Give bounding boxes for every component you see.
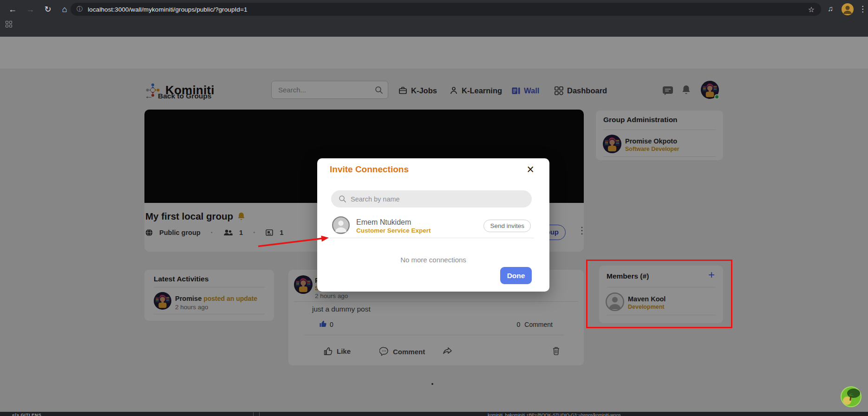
browser-profile-avatar[interactable] [842,3,854,17]
close-icon[interactable]: × [527,162,534,176]
connection-name[interactable]: Emem Ntukidem [356,218,411,227]
screen: ← → ↻ ⌂ ⓘ localhost:3000/wall/mykominiti… [0,0,868,416]
statusbar-separator [253,412,254,416]
modal-title: Invite Connections [330,164,409,175]
statusbar-left-text[interactable]: GITLENS [20,412,41,416]
statusbar-separator [259,412,260,416]
statusbar: </> GITLENS kominiti_bakominiti +BP+/BOO… [0,412,868,416]
connection-avatar [332,216,350,236]
no-more-connections-text: No more connections [317,256,549,264]
reload-icon[interactable]: ↻ [42,4,54,14]
divider [330,238,534,238]
done-button[interactable]: Done [500,267,532,284]
url-text: localhost:3000/wall/mykominiti/groups/pu… [88,6,248,13]
media-controls-icon[interactable]: ♫ [828,5,833,13]
screen-share-bubble-icon[interactable] [841,386,861,409]
apps-grid-icon[interactable] [6,21,13,28]
invite-connections-modal: Invite Connections × Emem Ntukidem Custo… [317,158,549,292]
statusbar-right-text[interactable]: kominiti_bakominiti +BP+/BOOK-STUDIO-G3:… [488,412,762,416]
bookmark-star-icon[interactable]: ☆ [808,5,815,14]
browser-menu-icon[interactable]: ⋮ [859,4,867,14]
home-icon[interactable]: ⌂ [59,4,71,14]
gitlens-icon: </> [12,412,19,416]
connection-role: Customer Service Expert [356,227,431,234]
url-bar[interactable]: ⓘ localhost:3000/wall/mykominiti/groups/… [71,3,821,16]
send-invites-button[interactable]: Send invites [483,220,531,232]
forward-icon[interactable]: → [24,4,36,14]
site-info-icon[interactable]: ⓘ [77,5,83,13]
modal-search-input[interactable] [331,190,532,208]
back-icon[interactable]: ← [7,4,19,14]
modal-search [331,190,532,208]
browser-chrome: ← → ↻ ⌂ ⓘ localhost:3000/wall/mykominiti… [0,0,868,37]
